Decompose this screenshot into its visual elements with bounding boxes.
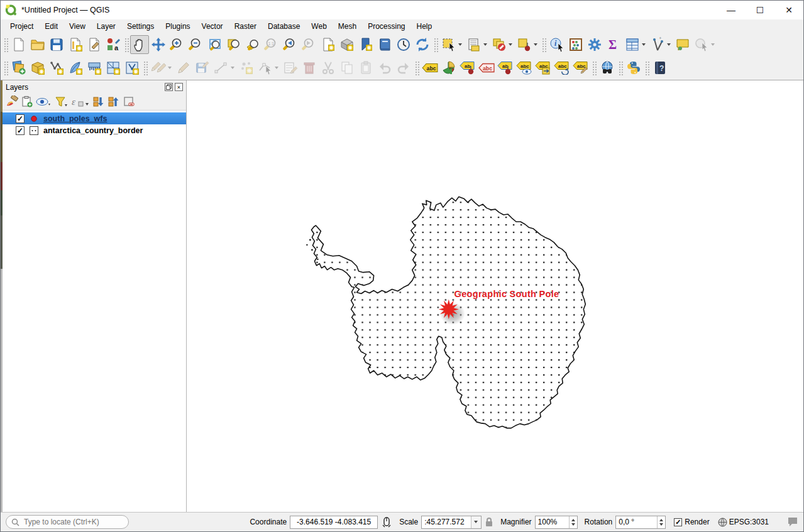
render-checkbox[interactable]: ✓ [674,518,682,526]
scale-dropdown[interactable] [471,516,481,528]
pan-map-button[interactable] [130,35,149,54]
minimize-button[interactable]: — [717,1,746,19]
data-source-manager-button[interactable] [9,58,28,77]
new-project-button[interactable] [9,35,28,54]
zoom-full-button[interactable] [206,35,224,54]
menu-plugins[interactable]: Plugins [160,21,195,32]
map-canvas[interactable]: Geographic South Pole [187,80,803,512]
show-hide-labels-button[interactable] [515,58,534,77]
new-shapefile-layer-button[interactable] [47,58,66,77]
deselect-features-button[interactable] [490,35,509,54]
lock-scale-icon[interactable] [485,517,493,527]
zoom-to-selection-button[interactable] [224,35,243,54]
vertex-tool-dropdown[interactable] [275,67,278,69]
toolbar-grip[interactable] [124,37,129,52]
new-temporary-scratch-layer-button[interactable] [123,58,141,77]
redo-button[interactable] [394,58,413,77]
statistical-summary-button[interactable]: Σ [604,35,623,54]
extents-mouse-icon[interactable] [381,516,392,528]
magnifier-input[interactable] [536,517,569,527]
run-feature-action-button[interactable] [692,35,711,54]
style-manager-button[interactable]: a [104,35,123,54]
toggle-editing-button[interactable] [174,58,193,77]
expand-all-button[interactable] [92,95,105,108]
scale-combo[interactable] [421,516,482,529]
copy-features-button[interactable] [338,58,356,77]
open-layer-styling-button[interactable] [6,95,18,108]
help-button[interactable]: ? [651,58,669,77]
menu-mesh[interactable]: Mesh [333,21,362,32]
magnifier-spin-buttons[interactable] [569,516,577,528]
digitize-with-segment-button[interactable] [212,58,231,77]
locator-bar[interactable] [6,515,129,529]
identify-features-button[interactable]: i [548,35,566,54]
toolbar-grip[interactable] [3,37,8,52]
layer-row-antarctica-country-border[interactable]: ✓ antarctica_country_border [3,124,186,136]
zoom-next-button[interactable] [300,35,319,54]
add-feature-button[interactable] [237,58,256,77]
locator-input[interactable] [23,517,117,527]
toolbar-grip[interactable] [143,60,148,75]
toolbar-grip[interactable] [541,37,546,52]
select-by-value-button[interactable] [515,35,534,54]
delete-selected-button[interactable] [300,58,319,77]
open-project-button[interactable] [28,35,47,54]
run-feature-action-dropdown[interactable] [711,43,715,46]
measure-button[interactable]: ° [648,35,667,54]
collapse-all-button[interactable] [107,95,120,108]
show-unplaced-labels-button[interactable]: abc [477,58,496,77]
rotation-input[interactable] [616,517,657,527]
metasearch-button[interactable] [598,58,617,77]
open-field-calculator-button[interactable] [566,35,585,54]
open-attribute-table-button[interactable] [623,35,642,54]
show-spatial-bookmarks-button[interactable] [375,35,394,54]
paste-features-button[interactable] [356,58,375,77]
panel-close-button[interactable]: × [175,83,183,91]
menu-edit[interactable]: Edit [39,21,63,32]
rotate-label-button[interactable] [553,58,571,77]
add-group-button[interactable] [21,95,33,108]
crs-status[interactable]: EPSG:3031 [718,518,769,527]
current-edits-button[interactable] [149,58,168,77]
undo-button[interactable] [375,58,394,77]
map-tips-button[interactable] [673,35,692,54]
menu-processing[interactable]: Processing [362,21,410,32]
scale-input[interactable] [422,517,471,527]
select-by-value-dropdown[interactable] [534,43,537,46]
change-label-button[interactable] [571,58,590,77]
processing-toolbox-button[interactable] [585,35,604,54]
menu-web[interactable]: Web [306,21,332,32]
menu-view[interactable]: View [63,21,91,32]
layer-checkbox[interactable]: ✓ [16,126,25,135]
save-layer-edits-button[interactable] [193,58,212,77]
highlight-pinned-labels-button[interactable] [458,58,477,77]
filter-legend-button[interactable] [55,95,69,108]
show-layout-manager-button[interactable] [85,35,104,54]
new-spatial-bookmark-button[interactable] [356,35,375,54]
digitize-dropdown[interactable] [231,67,234,69]
vertex-tool-button[interactable] [256,58,275,77]
layer-checkbox[interactable]: ✓ [16,114,25,123]
select-features-button[interactable] [439,35,458,54]
close-button[interactable]: ✕ [774,1,803,19]
pin-unpin-labels-button[interactable] [496,58,515,77]
modify-attributes-button[interactable] [281,58,300,77]
new-3d-map-view-button[interactable] [338,35,356,54]
measure-dropdown[interactable] [667,43,671,46]
remove-layer-button[interactable] [123,95,135,108]
zoom-out-button[interactable] [187,35,206,54]
toolbar-grip[interactable] [433,37,438,52]
magnifier-spinbox[interactable] [535,516,578,529]
messages-icon[interactable] [787,517,798,527]
python-console-button[interactable] [624,58,643,77]
maximize-button[interactable]: ☐ [746,1,774,19]
refresh-button[interactable] [413,35,432,54]
current-edits-dropdown[interactable] [168,67,172,69]
select-by-form-button[interactable] [465,35,483,54]
move-label-button[interactable] [534,58,553,77]
toolbar-grip[interactable] [618,60,623,75]
rotation-spinbox[interactable] [615,516,666,529]
attribute-table-dropdown[interactable] [642,43,646,46]
layer-labeling-options-button[interactable] [421,58,439,77]
menu-settings[interactable]: Settings [121,21,160,32]
